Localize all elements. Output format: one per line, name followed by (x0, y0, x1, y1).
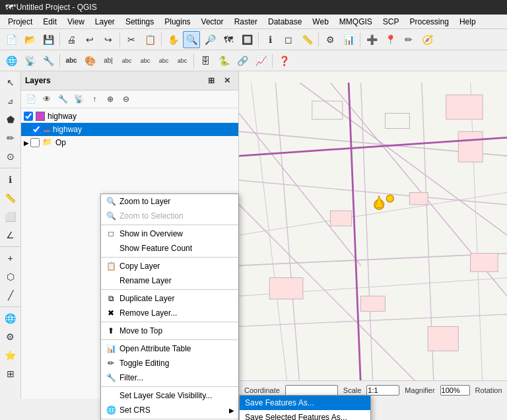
ctx-duplicate-layer[interactable]: ⧉ Duplicate Layer (101, 291, 238, 306)
settings-btn[interactable]: ⚙ (321, 31, 339, 48)
tool-settings[interactable]: ⚙ (2, 328, 19, 345)
zoom-in-btn[interactable]: 🔍 (183, 31, 200, 48)
tool-radius-select[interactable]: ⊙ (2, 148, 19, 165)
database-btn[interactable]: 🗄 (197, 52, 214, 69)
select-btn[interactable]: ◻ (280, 31, 297, 48)
ctx-remove-layer[interactable]: ✖ Remove Layer... (101, 306, 238, 320)
menu-help[interactable]: Help (454, 16, 481, 28)
add-layer-tool-btn[interactable]: 📄 (24, 92, 38, 106)
ctx-rename-layer[interactable]: Rename Layer (101, 273, 238, 288)
ctx-move-to-top[interactable]: ⬆ Move to Top (101, 324, 238, 338)
label3-btn[interactable]: abc (137, 52, 154, 69)
redo-btn[interactable]: ↪ (100, 31, 117, 48)
label-abc-btn[interactable]: abc (63, 52, 80, 69)
open-project-btn[interactable]: 📂 (21, 31, 38, 48)
ctx-toggle-editing[interactable]: ✏ Toggle Editing (101, 356, 238, 370)
measure-btn[interactable]: 📏 (298, 31, 316, 48)
copy-btn[interactable]: 📋 (141, 31, 158, 48)
menu-web[interactable]: Web (307, 16, 333, 28)
sub-save-selected-features-as[interactable]: Save Selected Features As... (240, 410, 370, 420)
ctx-zoom-to-layer[interactable]: 🔍 Zoom to Layer (101, 194, 238, 209)
label4-btn[interactable]: abc (155, 52, 172, 69)
tool-info[interactable]: ℹ (2, 171, 19, 188)
ctx-set-crs[interactable]: 🌐 Set CRS ▶ (101, 403, 238, 417)
tool-polygon-select[interactable]: ⬟ (2, 111, 19, 128)
cut-btn[interactable]: ✂ (123, 31, 140, 48)
menu-view[interactable]: View (62, 16, 90, 28)
magnifier-input[interactable] (440, 385, 470, 396)
edit-btn[interactable]: ✏ (400, 31, 417, 48)
ctx-filter[interactable]: 🔧 Filter... (101, 370, 238, 385)
tool-select[interactable]: ↖ (2, 74, 19, 91)
paint-btn[interactable]: 🎨 (81, 52, 98, 69)
plugin-btn[interactable]: 🔗 (234, 52, 251, 69)
save-project-btn[interactable]: 💾 (40, 31, 57, 48)
ctx-show-feature-count[interactable]: Show Feature Count (101, 241, 238, 256)
tool-deselect[interactable]: ⊿ (2, 92, 19, 110)
coord-input[interactable] (285, 385, 338, 396)
identify-btn[interactable]: ℹ (261, 31, 279, 48)
tool-angle[interactable]: ∠ (2, 227, 19, 244)
layers-expand-btn[interactable]: ⊞ (204, 73, 219, 88)
tool-add-point[interactable]: + (2, 250, 19, 267)
tool-measure[interactable]: 📏 (2, 190, 19, 207)
layers-close-btn[interactable]: ✕ (220, 73, 234, 88)
layer-checkbox-highway-child[interactable] (32, 125, 41, 134)
layer-item-highway-parent[interactable]: highway (21, 110, 238, 123)
layer-arrow-up-btn[interactable]: ↑ (87, 92, 102, 106)
layer-signal-btn[interactable]: 📡 (71, 92, 86, 106)
wrench-btn[interactable]: 🔧 (40, 52, 57, 69)
menu-vector[interactable]: Vector (196, 16, 229, 28)
layer-checkbox-op[interactable] (30, 138, 40, 147)
label2-btn[interactable]: abc (118, 52, 135, 69)
menu-processing[interactable]: Processing (405, 16, 454, 28)
menu-plugins[interactable]: Plugins (159, 16, 195, 28)
menu-edit[interactable]: Edit (38, 16, 62, 28)
ctx-copy-layer[interactable]: 📋 Copy Layer (101, 259, 238, 273)
menu-database[interactable]: Database (263, 16, 307, 28)
map-area[interactable]: Coordinate Scale Magnifier Rotation Rend… (239, 71, 507, 399)
layer-collapse-all-btn[interactable]: ⊖ (119, 92, 133, 106)
pan-btn[interactable]: ✋ (164, 31, 182, 48)
zoom-out-btn[interactable]: 🔎 (201, 31, 219, 48)
compass-btn[interactable]: 🧭 (419, 31, 436, 48)
label5-btn[interactable]: abc (174, 52, 191, 69)
ab-btn[interactable]: ab| (100, 52, 117, 69)
menu-layer[interactable]: Layer (90, 16, 120, 28)
python-btn[interactable]: 🐍 (215, 52, 232, 69)
satellite-btn[interactable]: 📡 (21, 52, 38, 69)
zoom-selected-btn[interactable]: 🔲 (238, 31, 255, 48)
print-btn[interactable]: 🖨 (63, 31, 80, 48)
chart-btn[interactable]: 📈 (252, 52, 269, 69)
layer-filter-btn[interactable]: 🔧 (55, 92, 70, 106)
globe-btn[interactable]: 🌐 (3, 52, 20, 69)
sub-save-features-as[interactable]: Save Features As... (240, 396, 370, 410)
tool-add-line[interactable]: ╱ (2, 287, 19, 304)
add-point-btn[interactable]: 📍 (382, 31, 399, 48)
ctx-open-attribute-table[interactable]: 📊 Open Attribute Table (101, 341, 238, 356)
tool-add-polygon[interactable]: ⬡ (2, 268, 19, 285)
ctx-set-layer-scale[interactable]: Set Layer Scale Visibility... (101, 388, 238, 403)
layer-item-op[interactable]: ▶ 📁 Op (21, 136, 238, 149)
tool-freehand-select[interactable]: ✏ (2, 129, 19, 147)
help-btn[interactable]: ❓ (275, 52, 292, 69)
tool-layers[interactable]: ⊞ (2, 365, 19, 382)
menu-project[interactable]: Project (3, 16, 38, 28)
layer-expand-all-btn[interactable]: ⊕ (103, 92, 118, 106)
stats-btn[interactable]: 📊 (340, 31, 357, 48)
menu-settings[interactable]: Settings (120, 16, 159, 28)
menu-mmqgis[interactable]: MMQGIS (334, 16, 378, 28)
tool-globe[interactable]: 🌐 (2, 310, 19, 327)
new-project-btn[interactable]: 📄 (3, 31, 20, 48)
zoom-full-btn[interactable]: 🗺 (220, 31, 237, 48)
tool-measure-area[interactable]: ⬜ (2, 208, 19, 225)
scale-input[interactable] (366, 385, 399, 396)
undo-btn[interactable]: ↩ (81, 31, 98, 48)
layer-item-highway-child[interactable]: highway (21, 123, 238, 136)
ctx-show-overview[interactable]: □ Show in Overview (101, 227, 238, 241)
tool-bookmark[interactable]: ⭐ (2, 347, 19, 364)
menu-raster[interactable]: Raster (229, 16, 263, 28)
layer-eye-btn[interactable]: 👁 (40, 92, 54, 106)
layer-checkbox-highway-parent[interactable] (24, 112, 33, 121)
add-layer-btn[interactable]: ➕ (363, 31, 380, 48)
